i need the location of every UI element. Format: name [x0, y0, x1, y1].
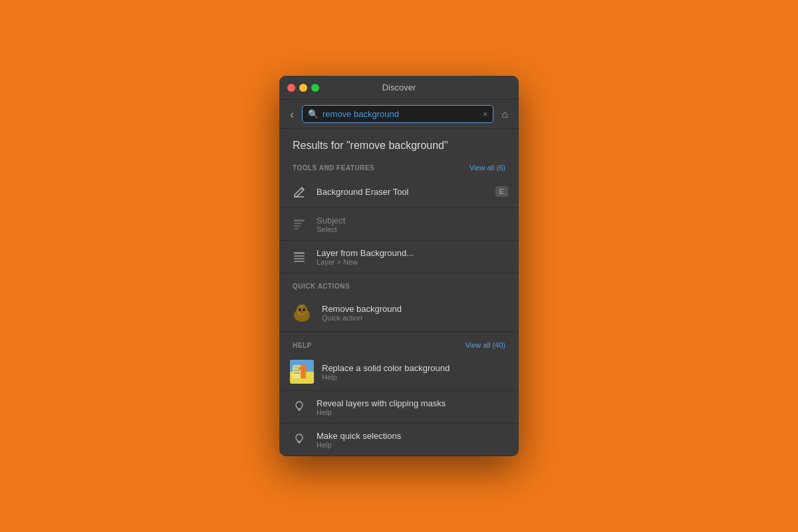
help-item-clipping-masks-subtitle: Help [317, 408, 508, 416]
layer-icon [290, 247, 309, 266]
svg-rect-5 [294, 252, 305, 254]
title-bar: Discover [279, 76, 519, 100]
tools-view-all[interactable]: View all (6) [469, 164, 505, 172]
back-button[interactable]: ‹ [287, 107, 297, 122]
help-item-replace-bg-title: Replace a solid color background [322, 363, 508, 373]
help-item-clipping-masks-text: Reveal layers with clipping masks Help [317, 398, 508, 416]
svg-point-15 [303, 309, 305, 311]
tool-item-eraser-text: Background Eraser Tool [317, 187, 487, 197]
content-area: Results for "remove background" TOOLS AN… [279, 129, 519, 456]
window-title: Discover [382, 82, 416, 92]
svg-rect-7 [294, 258, 305, 259]
maximize-button[interactable] [311, 84, 319, 92]
help-section-header: HELP View all (40) [279, 337, 519, 353]
svg-rect-6 [294, 255, 305, 257]
quick-action-remove-bg-title: Remove background [322, 304, 508, 314]
help-item-replace-bg[interactable]: Replace a solid color background Help [279, 353, 519, 391]
discover-window: Discover ‹ 🔍 × ⌂ Results for "remove bac… [279, 76, 519, 456]
search-input[interactable] [323, 109, 479, 119]
search-bar: 🔍 × [302, 105, 493, 123]
remove-bg-thumbnail [290, 301, 314, 325]
minimize-button[interactable] [299, 84, 307, 92]
quick-actions-label: QUICK ACTIONS [293, 283, 350, 290]
svg-rect-3 [294, 225, 301, 227]
help-view-all[interactable]: View all (40) [466, 341, 505, 349]
tool-item-eraser-title: Background Eraser Tool [317, 187, 487, 197]
subject-icon [290, 215, 309, 233]
toolbar: ‹ 🔍 × ⌂ [279, 100, 519, 129]
help-label: HELP [293, 342, 312, 349]
tool-item-subject[interactable]: Subject Select [279, 208, 519, 241]
replace-bg-thumbnail [290, 360, 314, 384]
tools-section-header: TOOLS AND FEATURES View all (6) [279, 160, 519, 176]
svg-rect-4 [294, 228, 299, 229]
help-item-clipping-masks[interactable]: Reveal layers with clipping masks Help [279, 391, 519, 424]
help-item-quick-selections[interactable]: Make quick selections Help [279, 424, 519, 456]
results-header: Results for "remove background" [279, 129, 519, 160]
lightbulb-icon-clipping [290, 398, 309, 416]
help-item-quick-selections-title: Make quick selections [317, 431, 508, 441]
help-item-clipping-masks-title: Reveal layers with clipping masks [317, 398, 508, 408]
tool-item-layer-title: Layer from Background... [317, 248, 508, 258]
svg-rect-2 [294, 223, 302, 224]
quick-action-remove-bg-text: Remove background Quick action [322, 304, 508, 322]
tool-item-layer-text: Layer from Background... Layer > New [317, 248, 508, 266]
tool-item-layer-subtitle: Layer > New [317, 258, 508, 266]
quick-action-remove-bg-subtitle: Quick action [322, 314, 508, 322]
svg-rect-22 [294, 372, 300, 374]
svg-point-24 [299, 402, 300, 402]
help-item-quick-selections-subtitle: Help [317, 441, 508, 449]
tool-item-background-eraser[interactable]: Background Eraser Tool E [279, 176, 519, 208]
svg-point-14 [299, 309, 301, 311]
search-icon: 🔍 [308, 109, 319, 119]
tool-item-subject-title: Subject [317, 215, 508, 225]
help-item-replace-bg-text: Replace a solid color background Help [322, 363, 508, 381]
lightbulb-icon-selections [290, 430, 309, 449]
svg-rect-21 [294, 370, 299, 371]
quick-action-remove-bg[interactable]: Remove background Quick action [279, 294, 519, 332]
quick-actions-section-header: QUICK ACTIONS [279, 279, 519, 294]
close-button[interactable] [287, 84, 295, 92]
tool-item-layer-background[interactable]: Layer from Background... Layer > New [279, 241, 519, 273]
eraser-shortcut: E [495, 186, 508, 197]
home-button[interactable]: ⌂ [499, 107, 511, 122]
tool-item-subject-text: Subject Select [317, 215, 508, 233]
tools-section-label: TOOLS AND FEATURES [293, 164, 374, 172]
help-item-quick-selections-text: Make quick selections Help [317, 431, 508, 449]
traffic-lights [287, 84, 319, 92]
svg-point-16 [301, 311, 303, 313]
svg-rect-8 [294, 261, 305, 262]
eraser-icon [290, 182, 309, 201]
help-item-replace-bg-subtitle: Help [322, 373, 508, 381]
svg-rect-1 [294, 219, 305, 221]
tool-item-subject-subtitle: Select [317, 225, 508, 233]
search-clear-button[interactable]: × [483, 110, 487, 119]
